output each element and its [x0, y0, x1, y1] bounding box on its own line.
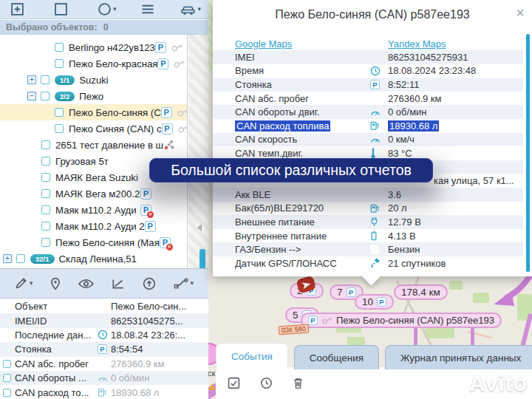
tree-item-mayak-vega-m200[interactable]: МАЯК Вега м200.2 P: [0, 185, 187, 202]
checkbox[interactable]: [41, 189, 50, 198]
select-area-button[interactable]: [54, 2, 68, 16]
vehicle-filter-button[interactable]: ▾: [180, 4, 202, 16]
gauge-icon: [370, 109, 381, 116]
chevron-down-icon: ▾: [113, 6, 117, 13]
info-label: CAN расход то...: [15, 387, 98, 398]
parking-status-icon: P: [157, 58, 168, 69]
yandex-maps-link[interactable]: Yandex Maps: [388, 38, 446, 50]
tree-item-pezho-belo-sinyaya-mayak[interactable]: Пежо Бело-синяя (Мая P: [0, 234, 187, 250]
promo-banner: Большой список различных отчетов: [149, 158, 433, 183]
checkbox[interactable]: [3, 360, 11, 368]
track-button[interactable]: ▾: [174, 278, 194, 289]
tree-group-pezho[interactable]: − 2/2 Пежо: [0, 88, 187, 104]
checkbox[interactable]: [41, 173, 50, 182]
map-distance-bubble[interactable]: 178.4 км: [394, 284, 448, 300]
close-icon[interactable]: ×: [516, 5, 525, 20]
tab-messages[interactable]: Сообщения: [294, 345, 379, 369]
watermark: Avito: [440, 371, 528, 396]
tree-item-label: Пежо Бело-красная: [69, 58, 157, 69]
row-value: 3.6: [388, 189, 523, 200]
scroll-arrow-icon[interactable]: [197, 224, 202, 231]
export-button[interactable]: [143, 277, 156, 290]
checkbox[interactable]: [41, 92, 50, 100]
row-label: Бак(65л)BLE291720: [235, 202, 370, 214]
checkbox[interactable]: [41, 238, 50, 247]
checkbox[interactable]: [41, 222, 50, 231]
popup-row-gas-petrol: ГАЗ/Бензин --> Бензин: [213, 242, 523, 256]
row-value: 276360.9 км: [388, 93, 523, 104]
row-value: 0 км/ч: [388, 134, 523, 145]
tree-item-2651-test[interactable]: 2651 тест давление в ш: [0, 137, 187, 153]
parking-icon: P: [308, 316, 318, 325]
popup-row-can-mileage: CAN абс. пробег 276360.9 км: [213, 92, 523, 106]
row-value: 8:52:11: [388, 79, 523, 90]
checkbox[interactable]: [3, 374, 11, 382]
chart-button[interactable]: [112, 278, 125, 290]
chevron-down-icon: ▾: [30, 280, 33, 287]
trash-icon[interactable]: [293, 377, 304, 389]
visibility-button[interactable]: [78, 279, 94, 289]
vehicle-position-icon[interactable]: [296, 275, 318, 295]
parking-error-icon: P: [160, 237, 171, 248]
thermometer-icon: [370, 148, 376, 159]
map-unit-bubble[interactable]: P Пежо Бело-синяя (CAN) p587ee193: [301, 313, 502, 328]
tab-data-log[interactable]: Журнал принятых данных: [385, 345, 532, 369]
tree-item-pezho-belo-krasnaya[interactable]: Пежо Бело-красная P: [0, 55, 187, 72]
checkbox[interactable]: [55, 43, 64, 52]
row-value: 20 л: [388, 202, 523, 214]
checkbox[interactable]: [55, 59, 64, 68]
row-value: 21 спутников: [388, 258, 523, 269]
tree-item-mayak-m110-audi-2[interactable]: Маяк м110.2 Ауди 2 P: [0, 218, 187, 234]
fuel-icon: [98, 387, 106, 398]
collapse-icon[interactable]: −: [27, 92, 36, 100]
tree-group-suzuki[interactable]: + 1/1 Suzuki: [0, 72, 187, 88]
expand-icon[interactable]: +: [3, 254, 12, 263]
chevron-down-icon: ▾: [198, 6, 202, 13]
selected-objects-count: 0: [103, 22, 109, 33]
popup-scrollbar-thumb[interactable]: [526, 34, 530, 272]
checkbox[interactable]: [41, 157, 50, 166]
row-value: Бензин: [388, 244, 523, 255]
list-view-button[interactable]: [140, 4, 155, 15]
select-circle-button[interactable]: ▾: [98, 2, 117, 16]
expand-icon[interactable]: +: [27, 75, 36, 84]
tree-item-label: Маяк м110.2 Ауди: [55, 205, 137, 216]
checkbox[interactable]: [41, 140, 50, 149]
parking-icon: P: [370, 80, 380, 89]
tree-item-mayak-m110-audi[interactable]: Маяк м110.2 Ауди P: [0, 202, 187, 218]
select-all-checkbox-icon[interactable]: [228, 377, 240, 389]
row-label: CAN темп.двиг.: [235, 148, 370, 159]
info-value: 18.08.24 23:26:...: [111, 330, 208, 341]
tab-events[interactable]: События: [216, 343, 288, 369]
tree-group-label: Пежо: [79, 91, 103, 102]
show-on-map-button[interactable]: [50, 277, 61, 290]
popup-rows: Google Maps Yandex Maps IMEI 86253104527…: [213, 37, 523, 270]
row-label: ГАЗ/Бензин -->: [235, 244, 370, 255]
checkbox[interactable]: [41, 75, 50, 84]
tree-item-label: Berlingo н422ув123: [69, 42, 155, 53]
tree-scrollbar-thumb[interactable]: [200, 249, 205, 269]
row-value: 0 об/мин: [388, 106, 523, 117]
checkbox[interactable]: [55, 124, 64, 133]
info-value: Пежо Бело-син...: [111, 301, 208, 312]
tree-group-sklad-lenina[interactable]: + 32/1 Склад Ленина,51: [0, 250, 187, 267]
bubble-count: 10: [362, 296, 373, 307]
map-bubble-10[interactable]: 10 P: [355, 294, 394, 310]
road-sign-label: 03К 580: [279, 324, 310, 335]
google-maps-link[interactable]: Google Maps: [235, 38, 292, 50]
checkbox[interactable]: [3, 389, 11, 397]
group-count-badge: 2/2: [55, 92, 75, 101]
tree-item-pezho-belo-sinyaya[interactable]: Пежо Бело-синяя (С P: [0, 104, 187, 120]
checkbox[interactable]: [41, 205, 50, 214]
tree-item-label: Пежо Бело-синяя (Мая: [55, 237, 160, 248]
checkbox[interactable]: [55, 108, 64, 117]
history-clock-icon[interactable]: [260, 377, 273, 389]
checkbox[interactable]: [16, 254, 25, 263]
info-value: 0 об/мин: [111, 372, 208, 383]
edit-button[interactable]: ▾: [15, 277, 33, 290]
tree-item-pezho-sinyaya[interactable]: Пежо Синяя (CAN) с P: [0, 120, 187, 137]
map-green-patch: [473, 293, 489, 303]
add-object-button[interactable]: [10, 2, 24, 16]
popup-row-can-fuel-consumption[interactable]: CAN расход топлива 18930.68 л: [213, 119, 523, 133]
tree-item-berlingo[interactable]: Berlingo н422ув123 P: [0, 39, 187, 55]
